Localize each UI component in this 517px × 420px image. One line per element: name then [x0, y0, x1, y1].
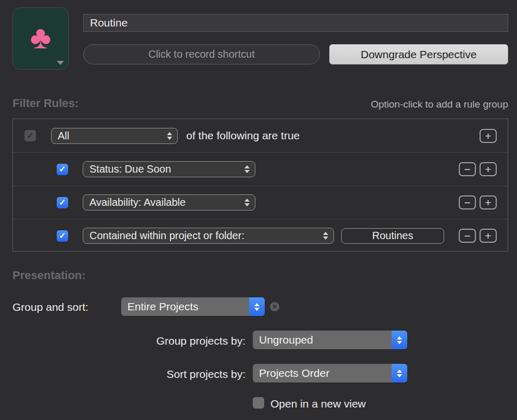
aggregate-dropdown-value: All: [51, 130, 167, 142]
club-icon: ♣: [30, 21, 51, 54]
rule-enabled-checkbox[interactable]: [57, 197, 68, 208]
add-rule-button[interactable]: +: [480, 229, 497, 243]
downgrade-perspective-button[interactable]: Downgrade Perspective: [329, 44, 508, 64]
rule-row: Availability: Available − +: [13, 186, 508, 219]
updown-chevron-icon: [392, 364, 407, 383]
chevron-down-icon: [57, 61, 64, 65]
record-shortcut-button[interactable]: Click to record shortcut: [83, 44, 320, 64]
rule-type-value: Availability: Available: [83, 196, 244, 208]
group-suffix-text: of the following are true: [186, 129, 300, 142]
filter-rules-heading: Filter Rules:: [12, 97, 79, 110]
rule-type-dropdown[interactable]: Status: Due Soon: [83, 161, 255, 177]
open-new-view-checkbox[interactable]: [253, 397, 264, 409]
group-and-sort-value: Entire Projects: [121, 297, 249, 316]
record-shortcut-label: Click to record shortcut: [148, 48, 255, 60]
perspective-icon-tile[interactable]: ♣: [12, 7, 69, 70]
aggregate-dropdown[interactable]: All: [51, 128, 178, 144]
updown-chevron-icon: [323, 232, 328, 240]
rule-type-dropdown[interactable]: Availability: Available: [83, 194, 255, 211]
group-and-sort-label: Group and sort:: [12, 301, 88, 313]
rule-target-label: Routines: [372, 230, 413, 242]
rule-group-hint: Option-click to add a rule group: [371, 99, 508, 110]
sort-projects-by-popup[interactable]: Projects Order: [253, 364, 407, 383]
add-rule-button[interactable]: +: [480, 162, 497, 176]
group-projects-by-label: Group projects by:: [12, 335, 245, 347]
downgrade-perspective-label: Downgrade Perspective: [361, 48, 477, 61]
updown-chevron-icon: [244, 199, 250, 206]
rule-target-button[interactable]: Routines: [341, 228, 444, 244]
add-rule-button[interactable]: +: [480, 129, 497, 143]
group-projects-by-value: Ungrouped: [253, 331, 392, 349]
group-projects-by-popup[interactable]: Ungrouped: [253, 331, 407, 349]
updown-chevron-icon: [244, 165, 250, 173]
updown-chevron-icon: [392, 331, 407, 349]
sort-projects-by-value: Projects Order: [253, 364, 392, 383]
remove-rule-button[interactable]: −: [459, 162, 476, 176]
rule-row: Contained within project or folder: Rout…: [13, 219, 508, 252]
rule-row: Status: Due Soon − +: [13, 152, 508, 186]
rule-type-dropdown[interactable]: Contained within project or folder:: [83, 228, 334, 244]
sort-projects-by-label: Sort projects by:: [12, 368, 245, 380]
updown-chevron-icon: [249, 297, 265, 316]
rule-enabled-checkbox[interactable]: [57, 230, 68, 242]
filter-rules-panel: All of the following are true + Status: …: [12, 119, 508, 252]
rule-enabled-checkbox[interactable]: [57, 164, 68, 175]
open-new-view-label: Open in a new view: [270, 398, 366, 410]
perspective-name-input[interactable]: [83, 14, 508, 32]
group-enabled-checkbox[interactable]: [24, 130, 36, 141]
remove-rule-button[interactable]: −: [459, 195, 476, 209]
updown-chevron-icon: [167, 132, 172, 140]
rule-type-value: Contained within project or folder:: [83, 230, 323, 242]
remove-rule-button[interactable]: −: [459, 229, 476, 243]
presentation-heading: Presentation:: [12, 269, 86, 282]
add-rule-button[interactable]: +: [480, 195, 497, 209]
clear-group-sort-icon[interactable]: ✕: [270, 302, 279, 311]
group-and-sort-popup[interactable]: Entire Projects: [121, 297, 265, 316]
rule-group-header-row: All of the following are true +: [13, 119, 508, 152]
rule-type-value: Status: Due Soon: [83, 163, 244, 175]
